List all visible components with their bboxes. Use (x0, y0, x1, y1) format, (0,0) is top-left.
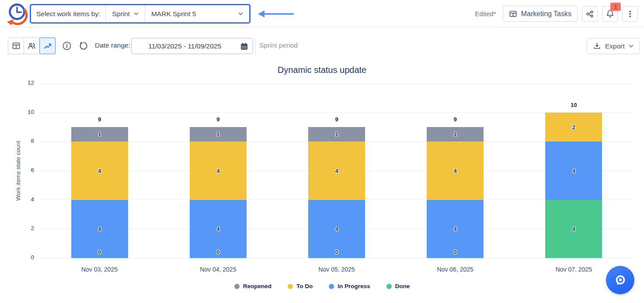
y-tick-label: 4 (13, 196, 34, 203)
bar-segment[interactable]: 4 (308, 141, 365, 200)
date-range-input[interactable]: 11/03/2025 - 11/09/2025 (131, 38, 253, 54)
y-tick-label: 6 (13, 167, 34, 173)
bar-segment[interactable]: 4 (427, 141, 484, 200)
sprint-dropdown[interactable]: MARK Sprint 5 (145, 5, 249, 22)
notification-badge: 1 (610, 3, 621, 11)
legend-swatch (386, 284, 392, 289)
legend-item[interactable]: To Do (288, 283, 313, 289)
time-in-status-logo (4, 1, 29, 26)
bar-zero-label: 0 (427, 248, 484, 256)
help-chat-fab[interactable] (606, 266, 634, 294)
y-tick-label: 12 (13, 79, 34, 86)
bar-segment[interactable]: 4 (545, 200, 602, 258)
bar-value-label: 4 (572, 226, 575, 232)
chevron-down-icon (629, 45, 634, 48)
legend-label: Done (395, 283, 410, 289)
board-icon (509, 10, 517, 18)
divider (255, 38, 256, 54)
bar-value-label: 1 (335, 131, 338, 138)
work-item-selector: Select work items by: Sprint MARK Sprint… (30, 4, 251, 24)
top-header: Select work items by: Sprint MARK Sprint… (0, 0, 644, 28)
legend-swatch (329, 284, 334, 289)
x-axis-label: Nov 04, 2025 (174, 266, 262, 273)
bar-value-label: 4 (335, 168, 338, 174)
bar-value-label: 4 (216, 168, 219, 174)
calendar-icon[interactable] (240, 42, 249, 51)
y-tick-label: 10 (13, 109, 34, 115)
x-axis-label: Nov 03, 2025 (56, 266, 143, 273)
bar-total-label: 9 (427, 116, 484, 123)
bar-value-label: 4 (572, 168, 575, 174)
people-icon (27, 41, 36, 51)
legend-label: Reopened (243, 283, 272, 289)
chart-title: Dynamic status update (0, 65, 644, 75)
legend-label: In Progress (338, 283, 370, 289)
info-icon[interactable] (62, 41, 72, 51)
bar-value-label: 4 (216, 226, 219, 232)
y-tick-label: 0 (13, 254, 34, 261)
bar-value-label: 4 (454, 168, 457, 174)
plot-area: 4419044190441904419044210 (40, 83, 633, 258)
bar-value-label: 4 (335, 226, 338, 232)
bar-segment[interactable]: 4 (545, 141, 602, 200)
legend-swatch (288, 284, 293, 289)
x-axis-label: Nov 07, 2025 (530, 266, 617, 273)
line-chart-icon (43, 41, 52, 50)
sprint-period-hint: Sprint period (259, 41, 298, 49)
gridline (40, 83, 633, 84)
x-axis-label: Nov 06, 2025 (411, 266, 499, 273)
people-view-button[interactable] (24, 38, 40, 54)
kebab-menu-icon (626, 10, 634, 18)
bar-value-label: 4 (98, 168, 101, 174)
bar-value-label: 4 (454, 226, 457, 232)
bar-value-label: 1 (98, 131, 101, 138)
board-button[interactable]: Marketing Tasks (503, 6, 578, 22)
y-tick-label: 8 (13, 138, 34, 144)
legend-swatch (234, 284, 240, 289)
bar-value-label: 1 (216, 131, 219, 138)
bar-segment[interactable]: 1 (190, 127, 247, 141)
edited-status: Edited* (475, 10, 496, 17)
bar-zero-label: 0 (308, 248, 365, 256)
legend-item[interactable]: Done (386, 283, 410, 289)
legend-item[interactable]: In Progress (329, 283, 370, 289)
group-by-dropdown[interactable]: Sprint (106, 5, 145, 22)
bar-segment[interactable]: 4 (190, 141, 247, 200)
annotation-arrow-left-icon (257, 9, 296, 19)
bar-segment[interactable]: 2 (545, 113, 602, 142)
chevron-down-icon (134, 12, 139, 15)
gridline (40, 112, 633, 113)
bar-total-label: 9 (71, 116, 128, 123)
download-icon (593, 42, 601, 50)
y-tick-label: 2 (13, 225, 34, 231)
date-range-label: Date range: (95, 41, 130, 49)
bar-segment[interactable]: 1 (308, 127, 365, 141)
chart-view-button[interactable] (39, 38, 56, 54)
bar-total-label: 9 (190, 116, 247, 123)
legend-item[interactable]: Reopened (234, 283, 272, 289)
export-button[interactable]: Export (587, 38, 640, 54)
table-view-button[interactable] (8, 38, 24, 54)
table-icon (12, 41, 21, 50)
bar-zero-label: 0 (71, 248, 128, 256)
work-item-selector-label: Select work items by: (31, 10, 105, 18)
bar-total-label: 10 (545, 102, 602, 108)
bar-value-label: 1 (454, 131, 457, 138)
notifications-button[interactable]: 1 (602, 6, 618, 22)
x-axis-label: Nov 05, 2025 (293, 266, 380, 273)
share-button[interactable] (582, 6, 598, 22)
view-toggle-group (8, 38, 56, 54)
chat-target-icon (613, 273, 627, 287)
legend-label: To Do (296, 283, 313, 289)
bar-segment[interactable]: 1 (427, 127, 484, 141)
more-options-button[interactable] (622, 6, 638, 22)
bar-segment[interactable]: 4 (71, 141, 128, 200)
bar-segment[interactable]: 1 (71, 127, 128, 141)
bar-value-label: 4 (98, 226, 101, 232)
bar-value-label: 2 (572, 124, 575, 131)
chevron-down-icon (238, 12, 243, 15)
share-icon (585, 10, 594, 18)
bar-total-label: 9 (308, 116, 365, 123)
bar-zero-label: 0 (190, 248, 247, 256)
refresh-icon[interactable] (79, 41, 88, 51)
